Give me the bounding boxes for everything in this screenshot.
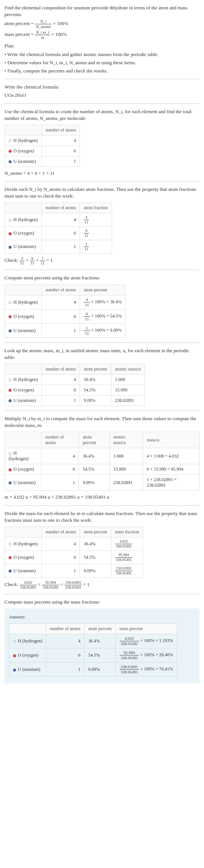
step6-text: Multiply N_i by m_i to compute the mass … (4, 415, 200, 429)
step4-text: Compute atom percents using the atom fra… (4, 275, 200, 281)
element-dot-h (9, 543, 12, 546)
atoms-count-table: number of atoms H (hydrogen) 4 O (oxygen… (4, 125, 80, 167)
cell-value: 1 (46, 663, 84, 677)
step8-section: Compute mass percents using the mass fra… (4, 599, 200, 605)
cell-value: 1.008 (111, 375, 145, 385)
table-row: U (uranium) 1 111 (5, 240, 112, 254)
cell-value: 54.5% (80, 385, 111, 396)
table-row: U (uranium) 1 9.09% 238.02891 1 × 238.02… (5, 475, 200, 491)
element-label: U (uranium) (13, 328, 36, 333)
atom-fraction-table: number of atomsatom fraction H (hydrogen… (4, 202, 112, 254)
element-label: O (oxygen) (13, 230, 34, 236)
col-header: atom percent (79, 432, 109, 448)
col-header: atom percent (80, 527, 111, 537)
natoms-sum: N_atoms = 4 + 6 + 1 = 11 (4, 170, 200, 177)
step6-section: Multiply N_i by m_i to compute the mass … (4, 415, 200, 501)
element-dot-h (9, 452, 12, 455)
col-header: mass/u (143, 432, 199, 448)
cell-value: 1 (41, 475, 78, 491)
element-dot-o (9, 150, 12, 153)
col-header: mass percent (115, 624, 177, 634)
cell-value: 6 (41, 146, 80, 156)
mass-fraction-table: number of atomsatom percentmass fraction… (4, 527, 143, 578)
table-row: H (hydrogen) 4 36.4% 4.032338.05491 × 10… (9, 634, 177, 648)
element-label: O (oxygen) (13, 148, 34, 154)
cell-value: 9.09% (79, 475, 109, 491)
cell-value: 1 × 238.02891 = 238.02891 (143, 475, 199, 491)
cell-value: 1 (41, 240, 80, 254)
element-label: H (hydrogen) (13, 217, 38, 222)
col-header: atom percent (84, 624, 115, 634)
atom-percent-formula: atom percent = N_i N_atoms × 100% (4, 19, 200, 29)
element-label: O (oxygen) (13, 314, 34, 319)
cell-value: 238.02891 (111, 396, 145, 406)
col-header: atom percent (80, 364, 111, 375)
step3-section: Divide each N_i by N_atoms to calculate … (4, 186, 200, 265)
col-header: number of atoms (41, 432, 78, 448)
plan-bullet: • Determine values for N_i, m_i, N_atoms… (4, 59, 200, 66)
cell-value: 1 (41, 156, 80, 167)
element-label: H (hydrogen) (13, 300, 38, 305)
table-row: H (hydrogen) 4 36.4% 1.008 (5, 375, 145, 385)
table-row: O (oxygen) 6 54.5% 15.999 6 × 15.999 = 9… (5, 464, 200, 475)
col-header: number of atoms (41, 364, 80, 375)
col-header: number of atoms (41, 527, 80, 537)
cell-mass-percent: 238.02891338.05491 × 100% = 70.41% (115, 663, 177, 677)
cell-value: 1 (41, 323, 80, 338)
check-line: Check: 4.032338.05491 + 95.994338.05491 … (4, 581, 200, 589)
cell-value: 54.5% (79, 464, 109, 475)
cell-value: 4 (41, 295, 80, 309)
cell-value: 4 (41, 375, 80, 385)
plan-heading: Plan: (4, 43, 200, 49)
element-label: O (oxygen) (13, 466, 34, 472)
cell-value: 4 (41, 135, 80, 146)
table-row: U (uranium) 1 9.09% 238.02891338.05491 (5, 564, 143, 577)
cell-value: 4 (41, 213, 80, 227)
cell-value: 36.4% (79, 448, 109, 464)
step8-text: Compute mass percents using the mass fra… (4, 599, 200, 605)
cell-value: 4 × 1.008 = 4.032 (143, 448, 199, 464)
table-row: U (uranium) 1 9.09% 238.02891338.05491 ×… (9, 663, 177, 677)
fraction: N_i N_atoms (35, 19, 52, 29)
cell-value: 238.02891 (109, 475, 143, 491)
cell-value: 9.09% (80, 396, 111, 406)
cell-value: 9.09% (80, 564, 111, 577)
divider (4, 181, 200, 182)
cell-value: 6 (41, 551, 80, 564)
step1-heading: Write the chemical formula: (4, 84, 200, 90)
divider (4, 270, 200, 270)
table-row: H (hydrogen) 4 411 (5, 213, 112, 227)
element-dot-u (9, 570, 12, 573)
mass-sum: m = 4.032 u + 95.994 u + 238.02891 u = 3… (4, 494, 200, 500)
element-label: O (oxygen) (13, 555, 34, 560)
element-dot-h (9, 219, 12, 222)
col-header: mass fraction (111, 527, 143, 537)
step5-text: Look up the atomic mass, m_i, in unified… (4, 347, 200, 361)
cell-mass-percent: 95.994338.05491 × 100% = 28.40% (115, 648, 177, 663)
element-label: U (uranium) (13, 568, 36, 573)
answer-table: number of atomsatom percentmass percent … (9, 623, 177, 677)
cell-value: 54.5% (80, 551, 111, 564)
cell-value: 54.5% (84, 648, 115, 663)
step5-section: Look up the atomic mass, m_i, in unified… (4, 347, 200, 406)
col-header: atomic mass/u (111, 364, 145, 375)
element-label: H (hydrogen) (18, 638, 42, 644)
element-dot-u (9, 481, 12, 484)
cell-value: 9.09% (84, 663, 115, 677)
element-label: U (uranium) (13, 398, 36, 403)
element-dot-o (9, 468, 12, 471)
atom-percent-table: number of atomsatom percent H (hydrogen)… (4, 285, 126, 338)
step2-text: Use the chemical formula to count the nu… (4, 108, 200, 122)
cell-value: 4 (41, 448, 78, 464)
cell-value: 6 (41, 309, 80, 323)
element-dot-h (9, 301, 12, 304)
table-row: O (oxygen) 6 54.5% 15.999 (5, 385, 145, 396)
cell-value: 6 × 15.999 = 95.994 (143, 464, 199, 475)
element-dot-h (9, 378, 12, 381)
step4-section: Compute atom percents using the atom fra… (4, 275, 200, 338)
element-dot-u (9, 246, 12, 249)
col-header: atom fraction (80, 203, 112, 213)
element-label: U (uranium) (13, 159, 36, 164)
element-label: H (hydrogen) (13, 138, 38, 143)
cell-value: 1 (41, 564, 80, 577)
